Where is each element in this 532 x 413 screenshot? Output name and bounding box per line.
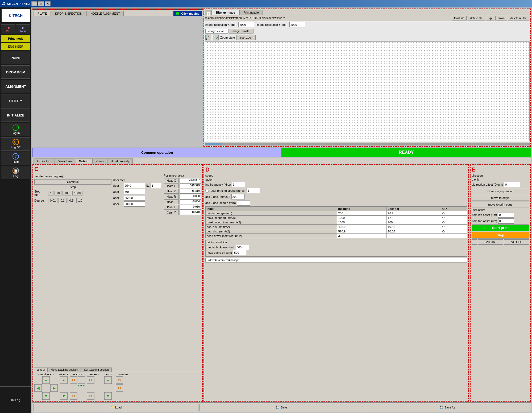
head-r-cw-button[interactable]: ↻ (116, 384, 123, 392)
pre-button[interactable]: ◀ Pre (1, 24, 15, 34)
load-file-button[interactable]: load file (452, 16, 467, 20)
next-button[interactable]: ▶ Next (16, 24, 30, 34)
cam-y-label[interactable]: Cam. Y (164, 210, 179, 215)
d-user-speed-input[interactable] (247, 188, 260, 193)
vc-on-button[interactable]: VC ON (478, 239, 503, 245)
zoom-in-icon[interactable]: 🔍+ (205, 35, 211, 40)
drop-inspection-tab[interactable]: DROP INSPECTION (51, 11, 86, 16)
control-tab[interactable]: control (34, 368, 48, 372)
head-r-ccw-button[interactable]: ↺ (116, 376, 123, 384)
minimize-button[interactable]: — (31, 1, 37, 6)
degree-001-button[interactable]: 0.01 (48, 198, 57, 203)
d-media-thickness-input[interactable] (236, 245, 249, 250)
head-plate-left-button[interactable]: ◀ (34, 384, 42, 392)
user-input-2[interactable] (124, 189, 145, 194)
d-row-acc-dist-input[interactable] (388, 225, 401, 228)
plate-t-safty-button[interactable] (78, 376, 85, 384)
b-viewer-tab[interactable]: image viewer (205, 29, 228, 34)
int-log-panel[interactable]: Int Log (0, 386, 31, 413)
degree-01-button[interactable]: 0.1 (59, 198, 66, 203)
zoom-out-icon[interactable]: 🔍- (213, 35, 219, 40)
plate-t-cw-button[interactable]: ↻ (70, 392, 77, 400)
head-plate-right-button[interactable]: ▶ (50, 384, 58, 392)
stop-10-button[interactable]: 10 (55, 191, 61, 195)
d-head-standoff-input[interactable] (233, 250, 246, 255)
head-t-ccw-button[interactable]: ↺ (87, 376, 94, 384)
vc-off-button[interactable]: VC OFF (504, 239, 529, 245)
load-button[interactable]: 📁 Load (34, 404, 198, 411)
vc-checkbox[interactable] (472, 239, 477, 245)
b-tab-bitmap[interactable]: Bitmap image (212, 10, 239, 15)
b-transfer-tab[interactable]: image transfer (229, 29, 253, 34)
d-row-dec-dist-input[interactable] (388, 230, 401, 233)
led-fire-tab[interactable]: LED & Fire (34, 158, 55, 164)
degree-10-button[interactable]: 1.0 (76, 198, 84, 203)
head-plate-down-button[interactable]: ▼ (42, 392, 50, 400)
head-x-label[interactable]: Head X (164, 178, 179, 183)
engineer-button[interactable]: ENGINEER (1, 43, 30, 50)
utility-button[interactable]: UTILITY (1, 94, 30, 107)
initialize-button[interactable]: INITIALIZE (1, 109, 30, 122)
log-button[interactable]: 📋 Log (1, 166, 30, 179)
user-input-3[interactable] (124, 195, 145, 201)
start-print-button[interactable]: Start print (472, 224, 529, 231)
waveform-tab[interactable]: Waveform (55, 158, 75, 164)
b-tab-print-nozzle[interactable]: Print nozzle (239, 10, 263, 15)
plate-y-label[interactable]: Plate Y (164, 183, 179, 188)
head-z-up-button[interactable]: ▲ (60, 376, 68, 384)
b-scrollbar-horizontal[interactable] (204, 142, 530, 146)
drop-insp-button[interactable]: DROP INSP. (1, 65, 30, 79)
cam-y-up-button[interactable]: ▲ (104, 376, 112, 384)
maximize-button[interactable]: □ (38, 1, 44, 6)
set-teaching-tab[interactable]: Set teaching position (81, 368, 112, 372)
delete-all-file-button[interactable]: delete all file (508, 16, 529, 20)
nz-input[interactable] (151, 183, 161, 188)
stop-1-button[interactable]: 1 (48, 191, 53, 195)
click-moving-checkbox[interactable]: ✓ (176, 12, 179, 15)
plate-t-label[interactable]: Plate T (164, 205, 179, 210)
d-row-print-range-input[interactable] (388, 212, 401, 215)
alignment-button[interactable]: ALIGNMENT (1, 80, 30, 93)
motion-tab[interactable]: Motion (76, 158, 92, 164)
help-button[interactable]: ? Help (1, 152, 30, 165)
d-user-speed-radio[interactable] (205, 189, 209, 193)
plate-tab[interactable]: PLATE (34, 11, 51, 16)
log-off-button[interactable]: ⬡ Log Off (1, 137, 30, 151)
e-from-top-input[interactable] (498, 218, 514, 224)
save-button[interactable]: 💾 Save (199, 404, 364, 411)
degree-05-button[interactable]: 0.5 (68, 198, 75, 203)
print-mode-button[interactable]: Print mode (1, 35, 30, 42)
b-res-y-input[interactable] (289, 22, 305, 27)
b-res-x-input[interactable] (238, 22, 254, 27)
head-t-cw-button[interactable]: ↻ (87, 392, 94, 400)
print-button[interactable]: PRINT (1, 51, 30, 64)
delete-file-button[interactable]: delete file (468, 16, 485, 20)
head-property-tab[interactable]: Head property (107, 158, 133, 164)
d-freq-input[interactable] (232, 182, 245, 187)
user-input-1[interactable] (124, 183, 145, 188)
log-in-button[interactable]: → Log In (1, 123, 30, 136)
continue-button[interactable]: Continue (34, 179, 111, 185)
reset-zoom-button[interactable]: reset zoom (236, 35, 256, 40)
head-z-down-button[interactable]: ▼ (60, 392, 68, 400)
click-moving-checkbox-area[interactable]: ✓ Click moving (173, 11, 202, 16)
d-acc-dec-seable-input[interactable] (237, 200, 250, 206)
plate-t-ccw-button[interactable]: ↺ (70, 376, 77, 384)
common-operation-button[interactable]: Common operation (32, 148, 282, 157)
e-from-left-input[interactable] (498, 212, 514, 218)
head-r-label[interactable]: Head R (164, 194, 179, 199)
user-input-4[interactable] (124, 201, 145, 207)
save-as-button[interactable]: 💾 Save As (365, 404, 530, 411)
d-acc-dec-input[interactable] (231, 194, 245, 199)
head-t-label[interactable]: Head T (164, 199, 179, 204)
head-plate-up-button[interactable]: ▲ (42, 376, 50, 384)
down-button[interactable]: down (495, 16, 507, 20)
up-button[interactable]: up (486, 16, 494, 20)
d-row-max-acc-input[interactable] (388, 221, 401, 224)
move-to-print-edge-button[interactable]: move to print edge (472, 202, 529, 207)
set-origin-button[interactable]: ⊙ set origin position (472, 188, 529, 194)
e-bidirection-input[interactable] (504, 182, 520, 187)
move-teaching-tab[interactable]: Move teaching position (48, 368, 81, 372)
move-to-origin-button[interactable]: move to origin (472, 195, 529, 201)
e-stop-button[interactable]: Stop (472, 232, 529, 239)
